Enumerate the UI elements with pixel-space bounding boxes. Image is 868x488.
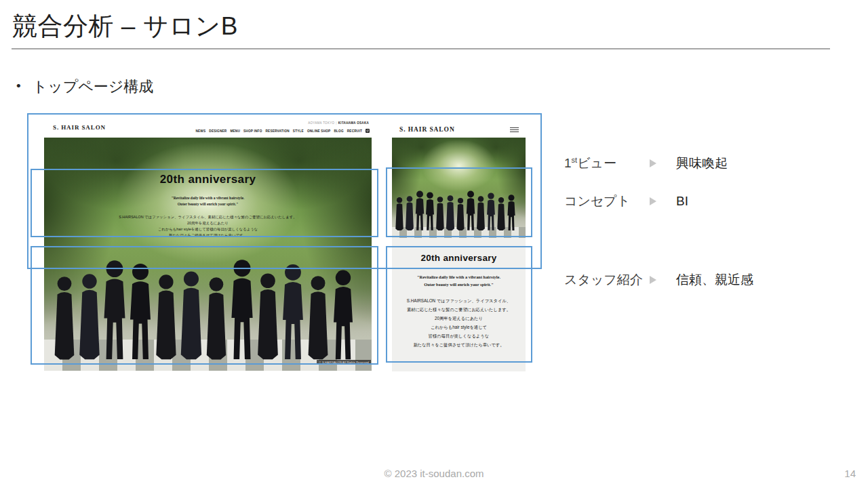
hero-body-text: S.HAIRSALON ではファッション、ライフスタイル、素材に応じた様々な髪の…: [44, 214, 372, 239]
annotation-value: 信頼、親近感: [676, 271, 753, 289]
site-logo: S. HAIR SALON: [53, 124, 106, 131]
annotation-value: BI: [676, 194, 688, 209]
annotation-label: 1stビュー: [564, 155, 650, 172]
label-number: 1: [564, 156, 572, 170]
hero-quote-line1: "Revitalize daily life with a vibrant ha…: [172, 196, 245, 200]
location-separator: |: [336, 121, 336, 125]
mobile-section-heading: 20th anniversary: [392, 238, 526, 263]
footer-copyright: © 2023 it-soudan.com: [0, 468, 868, 479]
mobile-quote: "Revitalize daily life with a vibrant ha…: [392, 273, 526, 288]
hero-jp-line3: これからもhair styleを通じて皆様の毎日が楽しくなるような: [158, 227, 258, 231]
site-navbar: NEWS DESIGNER MENU SHOP INFO RESERVATION…: [195, 129, 370, 133]
staff-group-silhouette: [392, 184, 526, 232]
title-divider: [12, 48, 830, 49]
hero-text-overlay: 20th anniversary "Revitalize daily life …: [44, 173, 372, 239]
mobile-website-screenshot: S. HAIR SALON: [392, 122, 526, 371]
label-ordinal: st: [572, 156, 578, 164]
staff-group-silhouette: [44, 253, 372, 361]
bullet-item: •トップページ構成: [16, 77, 153, 97]
nav-item-style[interactable]: STYLE: [293, 129, 304, 133]
page-number: 14: [844, 468, 856, 479]
mobile-hero-photo: [392, 138, 526, 238]
mobile-jp-line3: 20周年を迎えるにあたり: [435, 316, 483, 321]
location-aoyama[interactable]: AOYAMA TOKYO: [308, 121, 334, 125]
nav-item-online-shop[interactable]: ONLINE SHOP: [307, 129, 331, 133]
hero-jp-line1: S.HAIRSALON ではファッション、ライフスタイル、素材に応じた様々な髪の…: [119, 215, 296, 219]
desktop-website-screenshot: S. HAIR SALON AOYAMA TOKYO|KITAHAMA OSAK…: [44, 120, 372, 371]
hero-heading: 20th anniversary: [44, 173, 372, 186]
annotation-label: スタッフ紹介: [564, 271, 650, 289]
hero-jp-line4: 新たな日々をご提供させて頂けたら幸いです。: [169, 233, 247, 237]
hero-quote: "Revitalize daily life with a vibrant ha…: [44, 195, 372, 207]
nav-item-reservation[interactable]: RESERVATION: [266, 129, 290, 133]
mobile-jp-line1: S.HAIRSALON ではファッション、ライフスタイル、: [407, 298, 511, 303]
mobile-jp-line4: これからもhair styleを通じて: [431, 325, 487, 329]
location-kitahama[interactable]: KITAHAMA OSAKA: [338, 121, 369, 125]
nav-item-designer[interactable]: DESIGNER: [209, 129, 226, 133]
nav-item-menu[interactable]: MENU: [230, 129, 240, 133]
annotation-row-first-view: 1stビュー 興味喚起: [564, 155, 856, 172]
mobile-body-text: S.HAIRSALON ではファッション、ライフスタイル、 素材に応じた様々な髪…: [392, 296, 526, 349]
site-locations: AOYAMA TOKYO|KITAHAMA OSAKA: [308, 121, 369, 125]
mobile-jp-line6: 新たな日々をご提供させて頂けたら幸いです。: [413, 342, 504, 347]
label-text: ビュー: [577, 156, 616, 170]
mobile-jp-line2: 素材に応じた様々な髪のご要望にお応えいたします。: [407, 307, 511, 312]
mobile-site-logo: S. HAIR SALON: [399, 126, 455, 133]
desktop-site-header: S. HAIR SALON AOYAMA TOKYO|KITAHAMA OSAK…: [44, 120, 372, 138]
bullet-marker: •: [16, 79, 21, 93]
mobile-quote-line2: Outer beauty will enrich your spirit.": [424, 282, 493, 287]
annotation-label: コンセプト: [564, 192, 650, 210]
annotation-value: 興味喚起: [676, 155, 728, 172]
bullet-text: トップページ構成: [33, 78, 154, 95]
mobile-quote-line1: "Revitalize daily life with a vibrant ha…: [417, 274, 500, 279]
annotation-row-staff: スタッフ紹介 信頼、親近感: [564, 271, 856, 289]
page-title: 競合分析 – サロンB: [12, 9, 238, 43]
arrow-right-icon: [650, 159, 656, 167]
mobile-jp-line5: 皆様の毎日が楽しくなるような: [429, 333, 490, 338]
desktop-hero-photo: 20th anniversary "Revitalize daily life …: [44, 138, 372, 371]
hero-quote-line2: Outer beauty will enrich your spirit.": [178, 202, 239, 206]
instagram-icon[interactable]: [366, 129, 370, 133]
nav-item-news[interactable]: NEWS: [195, 129, 205, 133]
slide: 競合分析 – サロンB •トップページ構成 S. HAIR SALON AOYA…: [0, 0, 868, 488]
mobile-site-header: S. HAIR SALON: [392, 122, 526, 138]
hero-jp-line2: 20周年を迎えるにあたり: [187, 221, 229, 225]
photo-credit: © S.HAIRSALON All Rights Reserved: [317, 360, 371, 365]
nav-item-blog[interactable]: BLOG: [334, 129, 343, 133]
annotation-row-concept: コンセプト BI: [564, 192, 856, 210]
arrow-right-icon: [650, 197, 656, 205]
nav-item-recruit[interactable]: RECRUIT: [347, 129, 362, 133]
arrow-right-icon: [650, 276, 656, 284]
hamburger-menu-icon[interactable]: [510, 127, 519, 132]
nav-item-shop-info[interactable]: SHOP INFO: [243, 129, 262, 133]
mobile-concept-section: 20th anniversary "Revitalize daily life …: [392, 238, 526, 371]
